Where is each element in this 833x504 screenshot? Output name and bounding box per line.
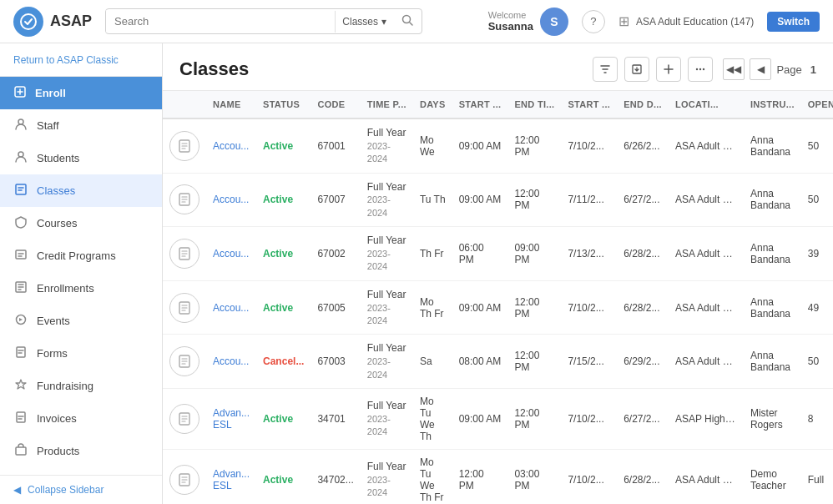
filter-button[interactable]	[593, 57, 618, 82]
col-end-date[interactable]: END D...	[617, 91, 669, 118]
cell-instructor: Anna Bandana	[744, 335, 801, 389]
cell-location: ASA Adult Educati...	[669, 118, 744, 173]
enroll-button[interactable]: Enroll	[0, 77, 162, 109]
col-icon	[163, 91, 206, 118]
cell-icon	[163, 388, 206, 449]
collapse-sidebar-button[interactable]: ◀ Collapse Sidebar	[0, 475, 162, 504]
sidebar-item-products[interactable]: Products	[0, 435, 162, 467]
classes-table: NAME STATUS CODE TIME P... DAYS START ..…	[163, 91, 833, 504]
col-instructor[interactable]: INSTRU...	[744, 91, 801, 118]
table-row[interactable]: Advan... ESL Active 34702... Full Year20…	[163, 449, 833, 504]
col-location[interactable]: LOCATI...	[669, 91, 744, 118]
collapse-label: Collapse Sidebar	[28, 484, 103, 496]
sidebar-item-forms[interactable]: Forms	[0, 337, 162, 370]
cell-name[interactable]: Advan... ESL	[206, 449, 256, 504]
page-prev-button[interactable]: ◀	[750, 58, 771, 80]
col-status[interactable]: STATUS	[256, 91, 310, 118]
export-button[interactable]	[624, 57, 649, 82]
table-row[interactable]: Accou... Active 67002 Full Year2023-2024…	[163, 227, 833, 281]
sidebar-item-students[interactable]: Students	[0, 142, 162, 174]
add-button[interactable]	[656, 57, 681, 82]
search-input[interactable]	[106, 10, 335, 33]
sidebar-item-credit-programs-label: Credit Programs	[37, 249, 116, 262]
table-row[interactable]: Accou... Active 67005 Full Year2023-2024…	[163, 280, 833, 335]
cell-location: ASA Adult Educati...	[669, 227, 744, 281]
cell-end-date: 6/28/2...	[617, 227, 669, 281]
cell-open: 39	[801, 227, 833, 281]
page-first-button[interactable]: ◀◀	[723, 58, 745, 80]
col-days[interactable]: DAYS	[413, 91, 452, 118]
sidebar-item-enrollments-label: Enrollments	[37, 282, 94, 295]
col-time-period[interactable]: TIME P...	[361, 91, 413, 118]
row-book-icon	[169, 346, 199, 376]
table-row[interactable]: Accou... Cancel... 67003 Full Year2023-2…	[163, 335, 833, 389]
sidebar-item-products-label: Products	[37, 445, 79, 457]
table-row[interactable]: Advan... ESL Active 34701 Full Year2023-…	[163, 388, 833, 449]
search-button[interactable]	[393, 9, 422, 33]
cell-start-time: 09:00 AM	[452, 118, 508, 173]
sidebar-item-fundraising[interactable]: Fundraising	[0, 370, 162, 402]
cell-instructor: Anna Bandana	[744, 280, 801, 335]
cell-open: Full	[801, 449, 833, 504]
avatar[interactable]: S	[540, 8, 568, 36]
cell-days: Mo Th Fr	[413, 280, 452, 335]
cell-icon	[163, 118, 206, 173]
sidebar-item-credit-programs[interactable]: Credit Programs	[0, 239, 162, 272]
cell-name[interactable]: Advan... ESL	[206, 388, 256, 449]
search-filter-dropdown[interactable]: Classes ▾	[335, 11, 393, 33]
help-button[interactable]: ?	[582, 10, 605, 33]
cell-name[interactable]: Accou...	[206, 335, 256, 389]
sidebar-item-enrollments[interactable]: Enrollments	[0, 272, 162, 305]
return-to-classic-link[interactable]: Return to ASAP Classic	[13, 54, 119, 66]
cell-open: 49	[801, 280, 833, 335]
cell-time-period: Full Year2023-2024	[361, 227, 413, 281]
cell-instructor: Anna Bandana	[744, 118, 801, 173]
more-options-button[interactable]	[688, 57, 713, 82]
table-row[interactable]: Accou... Active 67001 Full Year2023-2024…	[163, 118, 833, 173]
sidebar-item-classes-label: Classes	[37, 184, 75, 197]
col-end-time[interactable]: END TI...	[507, 91, 561, 118]
sidebar-item-staff-label: Staff	[37, 119, 59, 132]
cell-start-date: 7/10/2...	[561, 118, 617, 173]
sidebar-item-courses[interactable]: Courses	[0, 207, 162, 239]
col-open[interactable]: OPEN	[801, 91, 833, 118]
cell-status: Cancel...	[256, 335, 310, 389]
svg-rect-12	[16, 447, 26, 455]
sidebar-item-invoices[interactable]: Invoices	[0, 402, 162, 435]
col-code[interactable]: CODE	[310, 91, 360, 118]
cell-time-period: Full Year2023-2024	[361, 388, 413, 449]
enroll-icon	[13, 85, 27, 101]
cell-days: Th Fr	[413, 227, 452, 281]
row-book-icon	[169, 239, 199, 269]
cell-name[interactable]: Accou...	[206, 280, 256, 335]
svg-point-15	[699, 68, 701, 70]
page-nav: ◀◀ ◀ Page 1	[723, 58, 816, 80]
cell-time-period: Full Year2023-2024	[361, 335, 413, 389]
logo-area[interactable]: ASAP	[13, 7, 92, 37]
sidebar-item-events[interactable]: Events	[0, 305, 162, 337]
col-name[interactable]: NAME	[206, 91, 256, 118]
cell-status: Active	[256, 173, 310, 227]
row-book-icon	[169, 404, 199, 434]
cell-open: 50	[801, 173, 833, 227]
cell-time-period: Full Year2023-2024	[361, 280, 413, 335]
sidebar-item-classes[interactable]: Classes	[0, 174, 162, 207]
cell-end-date: 6/28/2...	[617, 280, 669, 335]
cell-name[interactable]: Accou...	[206, 227, 256, 281]
search-area[interactable]: Classes ▾	[105, 8, 422, 34]
classes-icon	[13, 183, 28, 199]
cell-days: Sa	[413, 335, 452, 389]
cell-open: 8	[801, 388, 833, 449]
fundraising-icon	[13, 378, 28, 394]
enroll-label: Enroll	[35, 87, 66, 99]
cell-status: Active	[256, 118, 310, 173]
table-row[interactable]: Accou... Active 67007 Full Year2023-2024…	[163, 173, 833, 227]
switch-button[interactable]: Switch	[767, 12, 820, 32]
cell-end-time: 12:00 PM	[507, 173, 561, 227]
col-start-date[interactable]: START ...	[561, 91, 617, 118]
cell-name[interactable]: Accou...	[206, 173, 256, 227]
col-start-time[interactable]: START ...	[452, 91, 508, 118]
svg-rect-6	[16, 184, 26, 194]
cell-name[interactable]: Accou...	[206, 118, 256, 173]
sidebar-item-staff[interactable]: Staff	[0, 109, 162, 142]
